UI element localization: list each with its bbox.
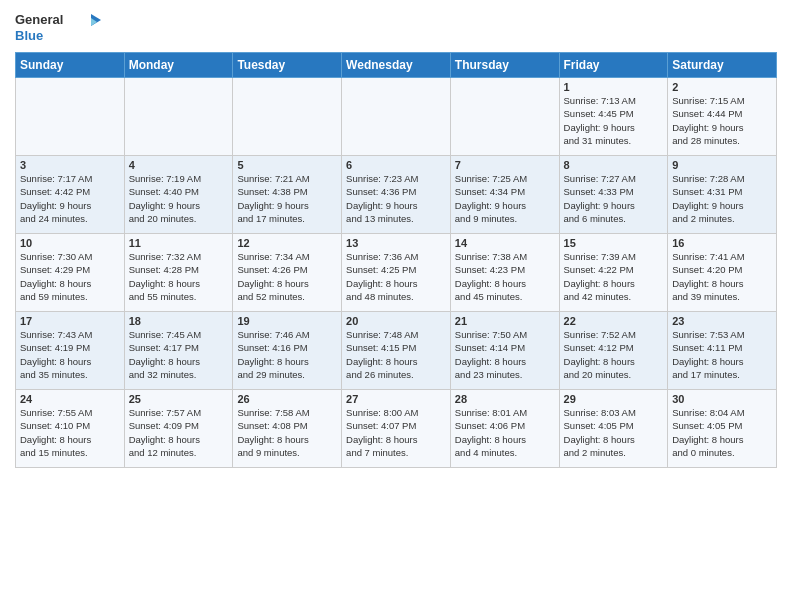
calendar-cell: 4Sunrise: 7:19 AM Sunset: 4:40 PM Daylig… xyxy=(124,156,233,234)
calendar-cell xyxy=(233,78,342,156)
day-info: Sunrise: 8:00 AM Sunset: 4:07 PM Dayligh… xyxy=(346,406,446,459)
day-number: 1 xyxy=(564,81,664,93)
day-number: 15 xyxy=(564,237,664,249)
calendar-cell: 25Sunrise: 7:57 AM Sunset: 4:09 PM Dayli… xyxy=(124,390,233,468)
day-info: Sunrise: 7:52 AM Sunset: 4:12 PM Dayligh… xyxy=(564,328,664,381)
day-number: 13 xyxy=(346,237,446,249)
day-info: Sunrise: 7:34 AM Sunset: 4:26 PM Dayligh… xyxy=(237,250,337,303)
day-number: 22 xyxy=(564,315,664,327)
calendar-cell: 10Sunrise: 7:30 AM Sunset: 4:29 PM Dayli… xyxy=(16,234,125,312)
day-info: Sunrise: 7:39 AM Sunset: 4:22 PM Dayligh… xyxy=(564,250,664,303)
calendar-cell: 8Sunrise: 7:27 AM Sunset: 4:33 PM Daylig… xyxy=(559,156,668,234)
calendar-cell: 19Sunrise: 7:46 AM Sunset: 4:16 PM Dayli… xyxy=(233,312,342,390)
calendar-cell: 21Sunrise: 7:50 AM Sunset: 4:14 PM Dayli… xyxy=(450,312,559,390)
calendar-week-row: 17Sunrise: 7:43 AM Sunset: 4:19 PM Dayli… xyxy=(16,312,777,390)
day-info: Sunrise: 7:58 AM Sunset: 4:08 PM Dayligh… xyxy=(237,406,337,459)
day-info: Sunrise: 7:48 AM Sunset: 4:15 PM Dayligh… xyxy=(346,328,446,381)
calendar-table: SundayMondayTuesdayWednesdayThursdayFrid… xyxy=(15,52,777,468)
day-info: Sunrise: 7:25 AM Sunset: 4:34 PM Dayligh… xyxy=(455,172,555,225)
day-info: Sunrise: 7:13 AM Sunset: 4:45 PM Dayligh… xyxy=(564,94,664,147)
day-number: 30 xyxy=(672,393,772,405)
day-number: 8 xyxy=(564,159,664,171)
day-number: 4 xyxy=(129,159,229,171)
day-number: 2 xyxy=(672,81,772,93)
calendar-cell: 14Sunrise: 7:38 AM Sunset: 4:23 PM Dayli… xyxy=(450,234,559,312)
day-info: Sunrise: 7:38 AM Sunset: 4:23 PM Dayligh… xyxy=(455,250,555,303)
calendar-cell: 20Sunrise: 7:48 AM Sunset: 4:15 PM Dayli… xyxy=(342,312,451,390)
weekday-header: Sunday xyxy=(16,53,125,78)
day-number: 17 xyxy=(20,315,120,327)
calendar-cell: 11Sunrise: 7:32 AM Sunset: 4:28 PM Dayli… xyxy=(124,234,233,312)
day-info: Sunrise: 8:04 AM Sunset: 4:05 PM Dayligh… xyxy=(672,406,772,459)
calendar-cell xyxy=(16,78,125,156)
calendar-cell: 22Sunrise: 7:52 AM Sunset: 4:12 PM Dayli… xyxy=(559,312,668,390)
calendar-cell: 23Sunrise: 7:53 AM Sunset: 4:11 PM Dayli… xyxy=(668,312,777,390)
day-info: Sunrise: 7:17 AM Sunset: 4:42 PM Dayligh… xyxy=(20,172,120,225)
calendar-cell: 24Sunrise: 7:55 AM Sunset: 4:10 PM Dayli… xyxy=(16,390,125,468)
svg-text:General: General xyxy=(15,12,63,27)
day-number: 3 xyxy=(20,159,120,171)
day-info: Sunrise: 8:01 AM Sunset: 4:06 PM Dayligh… xyxy=(455,406,555,459)
calendar-cell: 9Sunrise: 7:28 AM Sunset: 4:31 PM Daylig… xyxy=(668,156,777,234)
calendar-cell: 29Sunrise: 8:03 AM Sunset: 4:05 PM Dayli… xyxy=(559,390,668,468)
day-number: 18 xyxy=(129,315,229,327)
day-info: Sunrise: 7:30 AM Sunset: 4:29 PM Dayligh… xyxy=(20,250,120,303)
calendar-cell: 2Sunrise: 7:15 AM Sunset: 4:44 PM Daylig… xyxy=(668,78,777,156)
svg-text:Blue: Blue xyxy=(15,28,43,43)
calendar-cell: 17Sunrise: 7:43 AM Sunset: 4:19 PM Dayli… xyxy=(16,312,125,390)
calendar-week-row: 24Sunrise: 7:55 AM Sunset: 4:10 PM Dayli… xyxy=(16,390,777,468)
day-info: Sunrise: 7:32 AM Sunset: 4:28 PM Dayligh… xyxy=(129,250,229,303)
calendar-cell xyxy=(124,78,233,156)
day-number: 26 xyxy=(237,393,337,405)
weekday-header: Wednesday xyxy=(342,53,451,78)
day-info: Sunrise: 7:27 AM Sunset: 4:33 PM Dayligh… xyxy=(564,172,664,225)
day-info: Sunrise: 7:53 AM Sunset: 4:11 PM Dayligh… xyxy=(672,328,772,381)
header: GeneralBlue xyxy=(15,10,777,46)
calendar-week-row: 3Sunrise: 7:17 AM Sunset: 4:42 PM Daylig… xyxy=(16,156,777,234)
logo-svg: GeneralBlue xyxy=(15,10,105,46)
day-number: 27 xyxy=(346,393,446,405)
calendar-cell: 30Sunrise: 8:04 AM Sunset: 4:05 PM Dayli… xyxy=(668,390,777,468)
day-number: 10 xyxy=(20,237,120,249)
day-info: Sunrise: 7:19 AM Sunset: 4:40 PM Dayligh… xyxy=(129,172,229,225)
calendar-cell xyxy=(342,78,451,156)
day-info: Sunrise: 7:45 AM Sunset: 4:17 PM Dayligh… xyxy=(129,328,229,381)
weekday-row: SundayMondayTuesdayWednesdayThursdayFrid… xyxy=(16,53,777,78)
day-info: Sunrise: 7:46 AM Sunset: 4:16 PM Dayligh… xyxy=(237,328,337,381)
day-number: 11 xyxy=(129,237,229,249)
calendar-body: 1Sunrise: 7:13 AM Sunset: 4:45 PM Daylig… xyxy=(16,78,777,468)
calendar-cell: 6Sunrise: 7:23 AM Sunset: 4:36 PM Daylig… xyxy=(342,156,451,234)
weekday-header: Saturday xyxy=(668,53,777,78)
day-number: 25 xyxy=(129,393,229,405)
day-info: Sunrise: 7:43 AM Sunset: 4:19 PM Dayligh… xyxy=(20,328,120,381)
day-info: Sunrise: 7:41 AM Sunset: 4:20 PM Dayligh… xyxy=(672,250,772,303)
day-number: 23 xyxy=(672,315,772,327)
logo: GeneralBlue xyxy=(15,10,105,46)
weekday-header: Thursday xyxy=(450,53,559,78)
day-number: 14 xyxy=(455,237,555,249)
weekday-header: Monday xyxy=(124,53,233,78)
calendar-cell: 16Sunrise: 7:41 AM Sunset: 4:20 PM Dayli… xyxy=(668,234,777,312)
calendar-cell: 18Sunrise: 7:45 AM Sunset: 4:17 PM Dayli… xyxy=(124,312,233,390)
day-number: 28 xyxy=(455,393,555,405)
day-number: 24 xyxy=(20,393,120,405)
calendar-cell: 13Sunrise: 7:36 AM Sunset: 4:25 PM Dayli… xyxy=(342,234,451,312)
day-info: Sunrise: 7:55 AM Sunset: 4:10 PM Dayligh… xyxy=(20,406,120,459)
calendar-cell: 28Sunrise: 8:01 AM Sunset: 4:06 PM Dayli… xyxy=(450,390,559,468)
day-number: 9 xyxy=(672,159,772,171)
day-number: 16 xyxy=(672,237,772,249)
calendar-week-row: 1Sunrise: 7:13 AM Sunset: 4:45 PM Daylig… xyxy=(16,78,777,156)
calendar-cell: 27Sunrise: 8:00 AM Sunset: 4:07 PM Dayli… xyxy=(342,390,451,468)
day-number: 19 xyxy=(237,315,337,327)
calendar-cell: 3Sunrise: 7:17 AM Sunset: 4:42 PM Daylig… xyxy=(16,156,125,234)
day-info: Sunrise: 7:21 AM Sunset: 4:38 PM Dayligh… xyxy=(237,172,337,225)
day-info: Sunrise: 7:36 AM Sunset: 4:25 PM Dayligh… xyxy=(346,250,446,303)
day-info: Sunrise: 7:57 AM Sunset: 4:09 PM Dayligh… xyxy=(129,406,229,459)
calendar-cell xyxy=(450,78,559,156)
calendar-cell: 1Sunrise: 7:13 AM Sunset: 4:45 PM Daylig… xyxy=(559,78,668,156)
calendar-week-row: 10Sunrise: 7:30 AM Sunset: 4:29 PM Dayli… xyxy=(16,234,777,312)
weekday-header: Friday xyxy=(559,53,668,78)
day-number: 29 xyxy=(564,393,664,405)
calendar-header: SundayMondayTuesdayWednesdayThursdayFrid… xyxy=(16,53,777,78)
day-number: 7 xyxy=(455,159,555,171)
